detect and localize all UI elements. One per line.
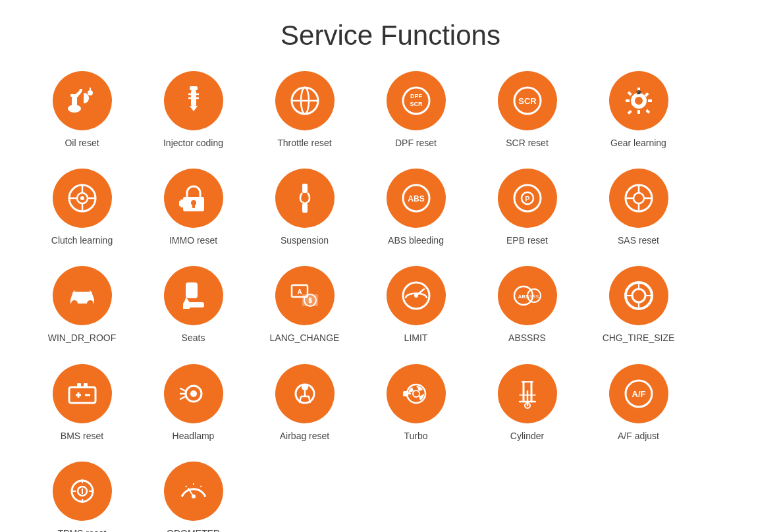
service-item-turbo[interactable]: Turbo (360, 364, 471, 442)
clutch-learning-label: Clutch learning (51, 234, 113, 246)
svg-point-45 (71, 300, 78, 307)
service-item-bms-reset[interactable]: BMS reset (26, 364, 138, 442)
gear-learning-icon: 🎓 (609, 71, 668, 130)
service-item-injector-coding[interactable]: Injector coding (138, 71, 249, 149)
svg-line-108 (186, 486, 187, 487)
service-item-oil-reset[interactable]: Oil reset (26, 71, 138, 149)
svg-point-22 (80, 196, 84, 200)
headlamp-label: Headlamp (173, 430, 215, 442)
svg-text:SRS: SRS (529, 294, 539, 299)
airbag-reset-label: Airbag reset (280, 430, 329, 442)
abssrs-icon: ABSSRS (498, 266, 557, 325)
service-item-abssrs[interactable]: ABSSRSABSSRS (471, 266, 583, 344)
tpms-reset-icon (53, 462, 112, 521)
service-item-clutch-learning[interactable]: Clutch learning (26, 169, 138, 246)
service-item-headlamp[interactable]: Headlamp (138, 364, 249, 442)
svg-text:🎓: 🎓 (635, 89, 642, 95)
svg-rect-48 (183, 302, 204, 307)
svg-point-40 (633, 193, 644, 203)
win-dr-roof-label: WIN_DR_ROOF (48, 332, 116, 344)
clutch-learning-icon (53, 169, 112, 228)
service-item-limit[interactable]: LIMIT (360, 266, 471, 344)
svg-text:DPF: DPF (410, 93, 423, 99)
service-item-throttle-reset[interactable]: Throttle reset (249, 71, 360, 149)
bms-reset-label: BMS reset (61, 430, 103, 442)
seats-label: Seats (182, 332, 205, 344)
svg-text:P: P (525, 195, 529, 203)
seats-icon (164, 266, 223, 325)
svg-line-75 (180, 388, 186, 391)
svg-rect-87 (403, 391, 408, 396)
service-item-chg-tire-size[interactable]: CHG_TIRE_SIZE (583, 266, 694, 344)
immo-reset-icon (164, 169, 223, 228)
win-dr-roof-icon (53, 266, 112, 325)
svg-rect-29 (192, 203, 195, 208)
service-item-abs-bleeding[interactable]: ABSABS bleeding (360, 169, 471, 246)
svg-line-77 (180, 396, 186, 399)
oil-reset-label: Oil reset (65, 137, 99, 149)
service-item-tpms-reset[interactable]: TPMS reset (26, 462, 138, 532)
tpms-reset-label: TPMS reset (58, 527, 107, 532)
service-item-seats[interactable]: Seats (138, 266, 249, 344)
svg-rect-5 (190, 86, 198, 90)
page-title: Service Functions (0, 0, 781, 65)
throttle-reset-icon (275, 71, 335, 130)
svg-text:SCR: SCR (518, 96, 537, 106)
service-item-af-adjust[interactable]: A/FA/F adjust (583, 364, 694, 442)
svg-rect-2 (70, 94, 78, 97)
service-item-cylinder[interactable]: Cylinder (471, 364, 583, 442)
svg-text:ABS: ABS (408, 194, 424, 203)
svg-marker-7 (190, 106, 198, 111)
service-item-lang-change[interactable]: A$$LANG_CHANGE (249, 266, 360, 344)
svg-rect-70 (84, 383, 88, 387)
service-item-dpf-reset[interactable]: DPFSCRDPF reset (360, 71, 471, 149)
svg-rect-31 (179, 201, 181, 206)
service-item-airbag-reset[interactable]: Airbag reset (249, 364, 360, 442)
dpf-reset-icon: DPFSCR (387, 71, 446, 130)
svg-line-109 (200, 486, 202, 487)
suspension-icon (275, 169, 335, 228)
bms-reset-icon (53, 364, 112, 423)
headlamp-icon (164, 364, 223, 423)
service-item-sas-reset[interactable]: SAS reset (583, 169, 694, 246)
svg-text:A: A (297, 288, 302, 296)
chg-tire-size-label: CHG_TIRE_SIZE (603, 332, 675, 344)
service-item-suspension[interactable]: Suspension (249, 169, 360, 246)
service-item-odometer[interactable]: ODOMETER (138, 462, 249, 532)
service-item-scr-reset[interactable]: SCRSCR reset (471, 71, 583, 149)
lang-change-icon: A$$ (275, 266, 335, 325)
scr-reset-label: SCR reset (506, 137, 549, 149)
limit-icon (387, 266, 446, 325)
service-item-immo-reset[interactable]: IMMO reset (138, 169, 249, 246)
turbo-label: Turbo (404, 430, 427, 442)
injector-coding-icon (164, 71, 223, 130)
turbo-icon (387, 364, 446, 423)
svg-text:A/F: A/F (632, 389, 645, 399)
odometer-label: ODOMETER (167, 527, 220, 532)
svg-text:$: $ (308, 298, 311, 304)
svg-point-3 (88, 90, 93, 95)
sas-reset-icon (609, 169, 668, 228)
af-adjust-icon: A/F (609, 364, 668, 423)
immo-reset-label: IMMO reset (169, 234, 217, 246)
svg-rect-32 (302, 184, 308, 193)
svg-point-111 (192, 494, 196, 498)
epb-reset-icon: P (498, 169, 557, 228)
service-item-gear-learning[interactable]: 🎓Gear learning (583, 71, 694, 149)
dpf-reset-label: DPF reset (395, 137, 437, 149)
throttle-reset-label: Throttle reset (277, 137, 331, 149)
suspension-label: Suspension (281, 234, 329, 246)
svg-point-80 (302, 384, 308, 390)
airbag-reset-icon (275, 364, 335, 423)
service-item-epb-reset[interactable]: PEPB reset (471, 169, 583, 246)
odometer-icon (164, 462, 223, 521)
svg-rect-47 (186, 282, 198, 298)
svg-rect-68 (69, 387, 95, 403)
svg-point-86 (413, 390, 419, 397)
oil-reset-icon (53, 71, 112, 130)
epb-reset-label: EPB reset (506, 234, 548, 246)
chg-tire-size-icon (609, 266, 668, 325)
svg-rect-33 (302, 203, 308, 213)
svg-point-18 (636, 98, 641, 103)
service-item-win-dr-roof[interactable]: WIN_DR_ROOF (26, 266, 138, 344)
